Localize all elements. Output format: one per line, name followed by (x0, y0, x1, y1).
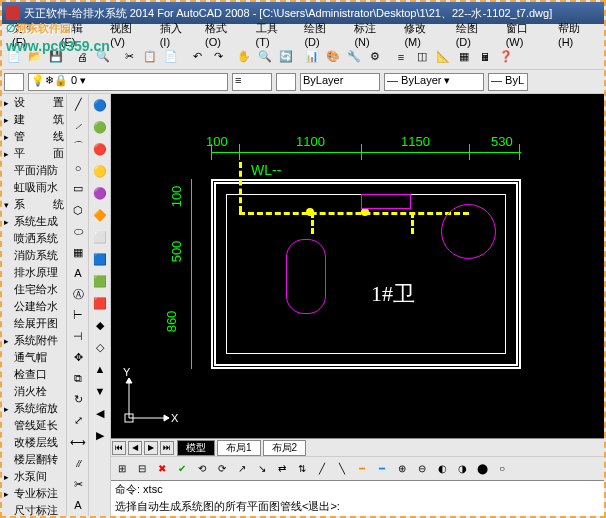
menu-edit[interactable]: 编辑(E) (55, 19, 102, 50)
rect-icon[interactable]: ▭ (68, 179, 88, 198)
t3-icon[interactable]: 🔴 (90, 139, 110, 159)
sidebar-item-10[interactable]: 排水原理 (2, 264, 66, 281)
linetype-combo[interactable]: — ByLayer ▾ (384, 73, 484, 91)
bt12-icon[interactable]: ╲ (333, 460, 351, 478)
sidebar-item-19[interactable]: 管线延长 (2, 417, 66, 434)
color-swatch[interactable] (4, 73, 24, 91)
layer-combo[interactable]: 💡❄🔒 0 ▾ (28, 73, 228, 91)
t1-icon[interactable]: 🔵 (90, 95, 110, 115)
bt20-icon[interactable]: ○ (493, 460, 511, 478)
sidebar-item-0[interactable]: ▸设置 (2, 94, 66, 111)
sidebar-item-1[interactable]: ▸建筑 (2, 111, 66, 128)
t9-icon[interactable]: 🟩 (90, 271, 110, 291)
table-icon[interactable]: ▦ (454, 47, 474, 67)
bt10-icon[interactable]: ⇅ (293, 460, 311, 478)
color-combo[interactable]: ByLayer (300, 73, 380, 91)
bt16-icon[interactable]: ⊖ (413, 460, 431, 478)
menu-window[interactable]: 窗口(W) (500, 19, 550, 50)
layer-props[interactable]: ≡ (232, 73, 272, 91)
bt4-icon[interactable]: ✔ (173, 460, 191, 478)
menu-tools[interactable]: 工具(T) (250, 19, 297, 50)
bt2-icon[interactable]: ⊟ (133, 460, 151, 478)
menu-modify[interactable]: 修改(M) (398, 19, 447, 50)
bt17-icon[interactable]: ◐ (433, 460, 451, 478)
sidebar-item-8[interactable]: 喷洒系统 (2, 230, 66, 247)
sidebar-item-22[interactable]: ▸水泵间 (2, 468, 66, 485)
trim-icon[interactable]: ✂ (68, 475, 88, 494)
open-icon[interactable]: 📂 (25, 47, 45, 67)
orbit-icon[interactable]: 🔄 (276, 47, 296, 67)
sidebar-item-13[interactable]: 绘展开图 (2, 315, 66, 332)
tab-layout2[interactable]: 布局2 (263, 440, 307, 456)
menu-file[interactable]: 文件(F) (6, 19, 53, 50)
sidebar-item-2[interactable]: ▸管线 (2, 128, 66, 145)
bt14-icon[interactable]: ━ (373, 460, 391, 478)
sidebar-item-17[interactable]: 消火栓 (2, 383, 66, 400)
offset-icon[interactable]: ⫽ (68, 454, 88, 473)
menubar[interactable]: 文件(F) 编辑(E) 视图(V) 插入(I) 格式(O) 工具(T) 绘图(D… (2, 24, 604, 44)
sidebar-item-6[interactable]: ▾系统 (2, 196, 66, 213)
pline-icon[interactable]: ⟋ (68, 116, 88, 135)
pan-icon[interactable]: ✋ (234, 47, 254, 67)
bt7-icon[interactable]: ↗ (233, 460, 251, 478)
help-icon[interactable]: ❓ (496, 47, 516, 67)
sidebar-item-12[interactable]: 公建给水 (2, 298, 66, 315)
command-area[interactable]: 命令: xtsc 选择自动生成系统图的所有平面图管线<退出>: (111, 480, 604, 516)
mtext-icon[interactable]: Ⓐ (68, 285, 88, 304)
arc-icon[interactable]: ⌒ (68, 137, 88, 156)
menu-drawing[interactable]: 绘图(D) (450, 19, 498, 50)
zoom-icon[interactable]: 🔍 (255, 47, 275, 67)
menu-dimension[interactable]: 标注(N) (348, 19, 396, 50)
tool1-icon[interactable]: 🔧 (344, 47, 364, 67)
letter-a-icon[interactable]: A (68, 496, 88, 515)
sidebar-item-4[interactable]: 平面消防 (2, 162, 66, 179)
sidebar-item-20[interactable]: 改楼层线 (2, 434, 66, 451)
bt8-icon[interactable]: ↘ (253, 460, 271, 478)
redo-icon[interactable]: ↷ (208, 47, 228, 67)
canvas[interactable]: 100 1100 1150 530 100 500 860 WL-- 1#卫 (111, 94, 604, 438)
sidebar-item-5[interactable]: 虹吸雨水 (2, 179, 66, 196)
t4-icon[interactable]: 🟡 (90, 161, 110, 181)
menu-format[interactable]: 格式(O) (199, 19, 248, 50)
sidebar-item-15[interactable]: 通气帽 (2, 349, 66, 366)
tool2-icon[interactable]: ⚙ (365, 47, 385, 67)
t16-icon[interactable]: ▶ (90, 425, 110, 445)
bt19-icon[interactable]: ⬤ (473, 460, 491, 478)
t8-icon[interactable]: 🟦 (90, 249, 110, 269)
tab-last-icon[interactable]: ⏭ (160, 441, 174, 455)
bt9-icon[interactable]: ⇄ (273, 460, 291, 478)
sidebar-item-9[interactable]: 消防系统 (2, 247, 66, 264)
copy-icon[interactable]: 📋 (140, 47, 160, 67)
t5-icon[interactable]: 🟣 (90, 183, 110, 203)
t15-icon[interactable]: ◀ (90, 403, 110, 423)
sidebar-item-11[interactable]: 住宅给水 (2, 281, 66, 298)
bt6-icon[interactable]: ⟳ (213, 460, 231, 478)
cut-icon[interactable]: ✂ (119, 47, 139, 67)
cmd-prompt[interactable]: 选择自动生成系统图的所有平面图管线<退出>: (111, 498, 604, 515)
layer-icon[interactable]: ≡ (391, 47, 411, 67)
dim2-icon[interactable]: ⊣ (68, 327, 88, 346)
text-icon[interactable]: A (68, 264, 88, 283)
tab-next-icon[interactable]: ▶ (144, 441, 158, 455)
calc-icon[interactable]: 🖩 (475, 47, 495, 67)
t12-icon[interactable]: ◇ (90, 337, 110, 357)
copy2-icon[interactable]: ⧉ (68, 369, 88, 388)
bt1-icon[interactable]: ⊞ (113, 460, 131, 478)
polygon-icon[interactable]: ⬡ (68, 200, 88, 219)
bt18-icon[interactable]: ◑ (453, 460, 471, 478)
t7-icon[interactable]: ⬜ (90, 227, 110, 247)
bt13-icon[interactable]: ━ (353, 460, 371, 478)
t13-icon[interactable]: ▲ (90, 359, 110, 379)
menu-help[interactable]: 帮助(H) (552, 19, 600, 50)
t14-icon[interactable]: ▼ (90, 381, 110, 401)
circle-icon[interactable]: ○ (68, 158, 88, 177)
t2-icon[interactable]: 🟢 (90, 117, 110, 137)
move-icon[interactable]: ✥ (68, 348, 88, 367)
new-icon[interactable]: 📄 (4, 47, 24, 67)
sidebar-item-23[interactable]: ▸专业标注 (2, 485, 66, 502)
tab-prev-icon[interactable]: ◀ (128, 441, 142, 455)
props-icon[interactable]: 📊 (302, 47, 322, 67)
sidebar-item-14[interactable]: ▸系统附件 (2, 332, 66, 349)
bt15-icon[interactable]: ⊕ (393, 460, 411, 478)
save-icon[interactable]: 💾 (46, 47, 66, 67)
